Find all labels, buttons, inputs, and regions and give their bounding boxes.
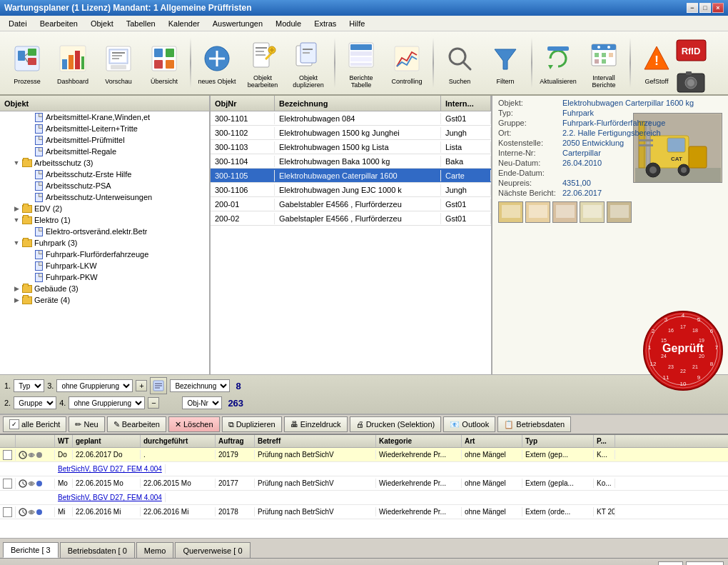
filter-minus-btn[interactable]: −: [148, 397, 159, 409]
tree-item[interactable]: Elektro-ortsveränd.elektr.Betr: [0, 226, 209, 237]
bottom-tab[interactable]: Betriebsdaten [ 0: [60, 542, 135, 558]
tree-item[interactable]: Fuhrpark-PKW: [0, 271, 209, 283]
report-btn-duplizieren[interactable]: ⧉ Duplizieren: [222, 416, 282, 432]
bottom-tab[interactable]: Berichte [ 3: [3, 542, 59, 558]
col-P...[interactable]: P...: [594, 435, 615, 447]
window-controls[interactable]: − □ ×: [687, 3, 724, 13]
col-icon-0[interactable]: [0, 435, 16, 447]
tree-item[interactable]: Fuhrpark-Flurförderfahrzeuge: [0, 249, 209, 260]
reports-row[interactable]: Mo 22.06.2015 Mo 22.06.2015 Mo 20177 Prü…: [0, 476, 728, 491]
minimize-button[interactable]: −: [687, 3, 698, 13]
cell-check[interactable]: [0, 478, 16, 489]
col-intern[interactable]: Intern...: [441, 96, 491, 111]
menu-item-kalender[interactable]: Kalender: [163, 18, 206, 29]
col-durchgeführt[interactable]: durchgeführt: [141, 435, 216, 447]
thumbnail[interactable]: [525, 201, 550, 223]
report-btn-bearbeiten[interactable]: ✎ Bearbeiten: [107, 416, 166, 432]
toolbar-btn-filtern[interactable]: Filtern: [484, 35, 527, 91]
col-WT[interactable]: WT: [55, 435, 73, 447]
row-check[interactable]: [3, 479, 12, 489]
thumbnail[interactable]: [498, 201, 523, 223]
tree-item[interactable]: Arbeitsschutz-Erste Hilfe: [0, 169, 209, 180]
list-row[interactable]: 200-01 Gabelstabler E4566 , Flurförderze…: [211, 197, 491, 211]
list-row[interactable]: 300-1102 Elektrohubwagen 1500 kg Junghei…: [211, 126, 491, 140]
tree-item[interactable]: Arbeitsschutz-Unterweisungen: [0, 191, 209, 203]
toolbar-btn-intervall-berichte[interactable]: Intervall Berichte: [582, 35, 625, 91]
tree-item[interactable]: ▶ EDV (2): [0, 203, 209, 214]
list-row[interactable]: 300-1104 Elektrohubwagen Baka 1000 kg Ba…: [211, 154, 491, 169]
cell-check[interactable]: [0, 506, 16, 518]
list-row[interactable]: 300-1106 Elektrohubwagen Jung EJC 1000 k…: [211, 183, 491, 197]
col-icon-1[interactable]: [16, 435, 55, 447]
cell-check[interactable]: [0, 449, 16, 461]
tree-item[interactable]: ▶ Gebäude (3): [0, 283, 209, 294]
filter-add-btn[interactable]: +: [136, 380, 147, 391]
maximize-button[interactable]: □: [699, 3, 711, 13]
rfid-icon[interactable]: RfID: [675, 34, 707, 68]
toolbar-btn-objekt-duplizieren[interactable]: Objekt duplizieren: [287, 35, 330, 91]
list-row[interactable]: 300-1103 Elektrohubwagen 1500 kg Lista L…: [211, 140, 491, 154]
col-Typ[interactable]: Typ: [522, 435, 594, 447]
menu-item-tabellen[interactable]: Tabellen: [121, 18, 161, 29]
report-btn-betriebsdaten[interactable]: 📋 Betriebsdaten: [497, 416, 571, 432]
toolbar-btn-aktualisieren[interactable]: Aktualisieren: [537, 35, 580, 91]
filter-icon[interactable]: [150, 377, 167, 394]
menu-item-hilfe[interactable]: Hilfe: [343, 18, 370, 29]
toolbar-btn-controlling[interactable]: Controlling: [385, 35, 428, 91]
sub-link[interactable]: BetrSichV, BGV D27, FEM 4.004: [55, 464, 166, 474]
row-check[interactable]: [3, 450, 12, 460]
menu-item-module[interactable]: Module: [270, 18, 307, 29]
col-geplant[interactable]: geplant: [73, 435, 141, 447]
report-btn-drucken-selektion[interactable]: 🖨 Drucken (Selektion): [350, 416, 442, 432]
report-btn-neu[interactable]: ✏ Neu: [69, 416, 104, 432]
col-Betreff[interactable]: Betreff: [255, 435, 376, 447]
list-row[interactable]: 300-1101 Elektrohubwagen 084 Gst01: [211, 111, 491, 126]
report-btn-loschen[interactable]: ✕ Löschen: [168, 416, 220, 432]
bottom-tab[interactable]: Querverweise [ 0: [175, 542, 250, 558]
menu-item-objekt[interactable]: Objekt: [85, 18, 119, 29]
tree-item[interactable]: Arbeitsmittel-Krane,Winden,et: [0, 111, 209, 123]
filter-select-group2[interactable]: ohne Gruppierung: [69, 396, 145, 409]
row-check[interactable]: [3, 507, 12, 517]
toolbar-btn-ubersicht[interactable]: Übersicht: [143, 35, 186, 91]
close-button[interactable]: ×: [712, 3, 724, 13]
list-row[interactable]: 200-02 Gabelstapler E4566 , Flurförderze…: [211, 211, 491, 226]
list-row[interactable]: 300-1105 Elektrohubwagen Caterpillar 160…: [211, 169, 491, 183]
report-btn-einzeldruck[interactable]: 🖶 Einzeldruck: [284, 416, 348, 432]
toolbar-btn-dashboard[interactable]: Dashboard: [51, 35, 94, 91]
toolbar-btn-objekt-bearbeiten[interactable]: Objekt bearbeiten: [241, 35, 284, 91]
tree-item[interactable]: ▶ Geräte (4): [0, 294, 209, 306]
bottom-tab[interactable]: Memo: [136, 542, 174, 558]
toolbar-btn-vorschau[interactable]: Vorschau: [97, 35, 140, 91]
tree-item[interactable]: Arbeitsmittel-Prüfmittel: [0, 134, 209, 146]
thumbnail[interactable]: [552, 201, 577, 223]
menu-item-datei[interactable]: Datei: [3, 18, 33, 29]
sub-link[interactable]: BetrSichV, BGV D27, FEM 4.004: [55, 493, 166, 502]
filter-select-gruppe[interactable]: Gruppe: [14, 396, 56, 409]
reports-row[interactable]: Mi 22.06.2016 Mi 22.06.2016 Mi 20178 Prü…: [0, 505, 728, 519]
camera-icon[interactable]: [676, 68, 706, 99]
toolbar-btn-neues-objekt[interactable]: neues Objekt: [196, 35, 238, 91]
tree-item[interactable]: ▼ Elektro (1): [0, 214, 209, 226]
tree-item[interactable]: Arbeitsschutz-PSA: [0, 180, 209, 191]
menu-item-bearbeiten[interactable]: Bearbeiten: [34, 18, 84, 29]
filter-select-objnr[interactable]: Obj-Nr: [182, 396, 222, 409]
thumbnail[interactable]: [580, 201, 605, 223]
col-Auftrag[interactable]: Auftrag: [216, 435, 255, 447]
tree-item[interactable]: Arbeitsmittel-Regale: [0, 146, 209, 157]
toolbar-btn-suchen[interactable]: Suchen: [438, 35, 481, 91]
toolbar-btn-prozesse[interactable]: Prozesse: [6, 35, 49, 91]
toolbar-btn-berichte-tabelle[interactable]: Berichte Tabelle: [340, 35, 383, 91]
tree-item[interactable]: Arbeitsmittel-Leitern+Tritte: [0, 123, 209, 134]
tree-item[interactable]: ▼ Fuhrpark (3): [0, 237, 209, 249]
reports-row[interactable]: Do 22.06.2017 Do . 20179 Prüfung nach Be…: [0, 448, 728, 462]
col-Kategorie[interactable]: Kategorie: [376, 435, 462, 447]
filter-select-group1[interactable]: ohne Gruppierung: [56, 379, 133, 392]
filter-select-typ[interactable]: Typ: [14, 379, 44, 392]
col-Art[interactable]: Art: [462, 435, 522, 447]
report-btn-alle-berichte[interactable]: ✓alle Bericht: [3, 416, 66, 432]
filter-select-bezeichnung[interactable]: Bezeichnung: [170, 379, 230, 392]
thumbnail[interactable]: [607, 201, 632, 223]
col-objnr[interactable]: ObjNr: [211, 96, 275, 111]
tree-item[interactable]: ▼ Arbeitsschutz (3): [0, 157, 209, 169]
